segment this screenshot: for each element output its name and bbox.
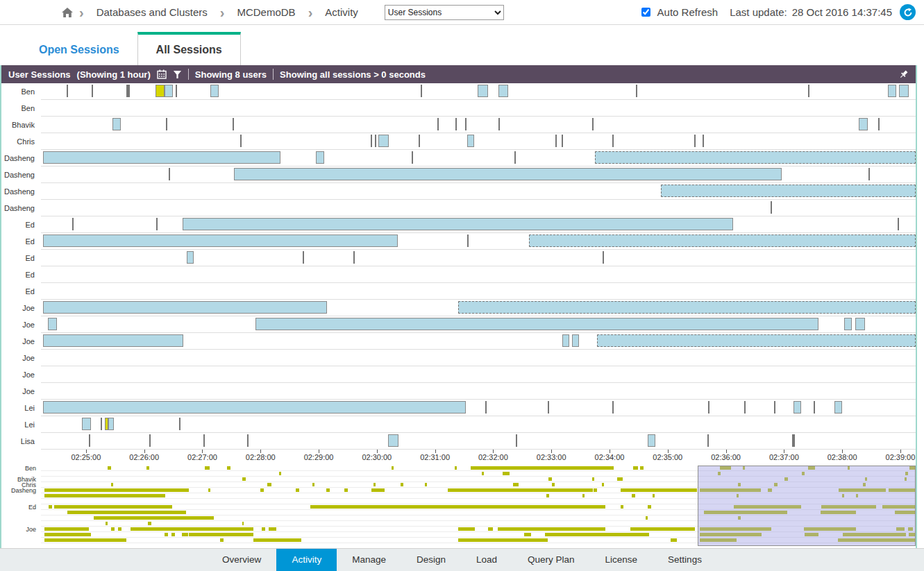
- session-tick[interactable]: [421, 85, 422, 97]
- breadcrumb-databases[interactable]: Databases and Clusters: [96, 6, 208, 18]
- refresh-button[interactable]: [900, 4, 916, 20]
- session-tick[interactable]: [166, 118, 167, 130]
- minimap[interactable]: BenBhavikChrisDashengEdJoe: [41, 466, 916, 548]
- session-tick[interactable]: [548, 401, 549, 414]
- session-tick[interactable]: [612, 401, 614, 414]
- minimap-selection[interactable]: [698, 466, 916, 546]
- nav-item-load[interactable]: Load: [461, 549, 512, 571]
- session-tick[interactable]: [792, 434, 795, 447]
- session-bar[interactable]: [183, 218, 733, 230]
- session-bar[interactable]: [595, 151, 916, 164]
- tab-all-sessions[interactable]: All Sessions: [137, 32, 241, 65]
- session-bar[interactable]: [378, 135, 389, 147]
- session-bar[interactable]: [112, 118, 120, 130]
- session-tick[interactable]: [514, 151, 516, 164]
- pin-icon[interactable]: [898, 69, 909, 80]
- session-tick[interactable]: [707, 434, 709, 447]
- session-tick[interactable]: [636, 85, 637, 97]
- nav-item-activity[interactable]: Activity: [276, 549, 337, 571]
- session-bar[interactable]: [529, 235, 916, 247]
- session-tick[interactable]: [169, 168, 170, 180]
- session-tick[interactable]: [437, 118, 439, 130]
- session-bar[interactable]: [888, 85, 897, 97]
- session-tick[interactable]: [156, 218, 158, 230]
- session-tick[interactable]: [412, 151, 413, 164]
- session-tick[interactable]: [375, 135, 376, 147]
- session-tick[interactable]: [92, 85, 93, 97]
- session-bar[interactable]: [255, 318, 818, 330]
- session-bar[interactable]: [572, 334, 579, 347]
- session-tick[interactable]: [612, 135, 614, 147]
- session-tick[interactable]: [694, 135, 696, 147]
- view-select[interactable]: User Sessions: [385, 5, 504, 20]
- session-bar[interactable]: [793, 401, 801, 414]
- session-tick[interactable]: [485, 401, 487, 414]
- session-tick[interactable]: [592, 118, 594, 130]
- home-icon[interactable]: [61, 7, 74, 18]
- session-bar[interactable]: [156, 85, 165, 97]
- session-tick[interactable]: [878, 118, 880, 130]
- session-bar[interactable]: [661, 185, 916, 197]
- session-tick[interactable]: [72, 218, 74, 230]
- session-tick[interactable]: [708, 401, 709, 414]
- session-bar[interactable]: [108, 418, 114, 430]
- session-tick[interactable]: [562, 135, 563, 147]
- session-tick[interactable]: [467, 235, 469, 247]
- session-tick[interactable]: [703, 135, 704, 147]
- calendar-icon[interactable]: [157, 69, 167, 79]
- session-tick[interactable]: [603, 251, 604, 264]
- session-tick[interactable]: [176, 85, 177, 97]
- session-bar[interactable]: [187, 251, 194, 264]
- session-bar[interactable]: [859, 118, 868, 130]
- session-tick[interactable]: [89, 434, 90, 447]
- session-bar[interactable]: [597, 334, 916, 347]
- session-tick[interactable]: [465, 118, 467, 130]
- session-bar[interactable]: [43, 151, 281, 164]
- session-tick[interactable]: [371, 135, 372, 147]
- session-tick[interactable]: [744, 401, 746, 414]
- session-bar[interactable]: [43, 401, 467, 414]
- session-tick[interactable]: [771, 201, 772, 214]
- session-bar[interactable]: [458, 301, 916, 314]
- filter-icon[interactable]: [173, 70, 182, 79]
- session-bar[interactable]: [316, 151, 325, 164]
- session-tick[interactable]: [898, 218, 899, 230]
- session-tick[interactable]: [179, 418, 180, 430]
- session-bar[interactable]: [43, 334, 184, 347]
- session-tick[interactable]: [240, 135, 242, 147]
- session-bar[interactable]: [165, 85, 174, 97]
- nav-item-license[interactable]: License: [590, 549, 653, 571]
- session-tick[interactable]: [498, 118, 500, 130]
- session-tick[interactable]: [353, 251, 355, 264]
- session-tick[interactable]: [419, 135, 420, 147]
- session-bar[interactable]: [48, 318, 57, 330]
- session-bar[interactable]: [210, 85, 218, 97]
- nav-item-query-plan[interactable]: Query Plan: [512, 549, 590, 571]
- session-bar[interactable]: [43, 235, 398, 247]
- session-bar[interactable]: [498, 85, 508, 97]
- session-tick[interactable]: [455, 118, 457, 130]
- nav-item-manage[interactable]: Manage: [337, 549, 401, 571]
- auto-refresh-checkbox[interactable]: [641, 8, 650, 17]
- session-tick[interactable]: [126, 85, 129, 97]
- session-bar[interactable]: [478, 85, 488, 97]
- session-tick[interactable]: [233, 118, 234, 130]
- session-bar[interactable]: [467, 135, 474, 147]
- nav-item-design[interactable]: Design: [401, 549, 461, 571]
- session-tick[interactable]: [149, 434, 151, 447]
- session-tick[interactable]: [808, 85, 809, 97]
- session-tick[interactable]: [774, 401, 775, 414]
- session-tick[interactable]: [516, 434, 517, 447]
- session-bar[interactable]: [899, 85, 909, 97]
- session-bar[interactable]: [855, 318, 865, 330]
- nav-item-settings[interactable]: Settings: [653, 549, 717, 571]
- session-tick[interactable]: [101, 418, 102, 430]
- session-tick[interactable]: [303, 251, 304, 264]
- session-bar[interactable]: [834, 401, 842, 414]
- session-bar[interactable]: [844, 318, 852, 330]
- session-bar[interactable]: [562, 334, 569, 347]
- nav-item-overview[interactable]: Overview: [207, 549, 276, 571]
- session-tick[interactable]: [555, 135, 557, 147]
- session-tick[interactable]: [868, 168, 870, 180]
- session-tick[interactable]: [203, 434, 205, 447]
